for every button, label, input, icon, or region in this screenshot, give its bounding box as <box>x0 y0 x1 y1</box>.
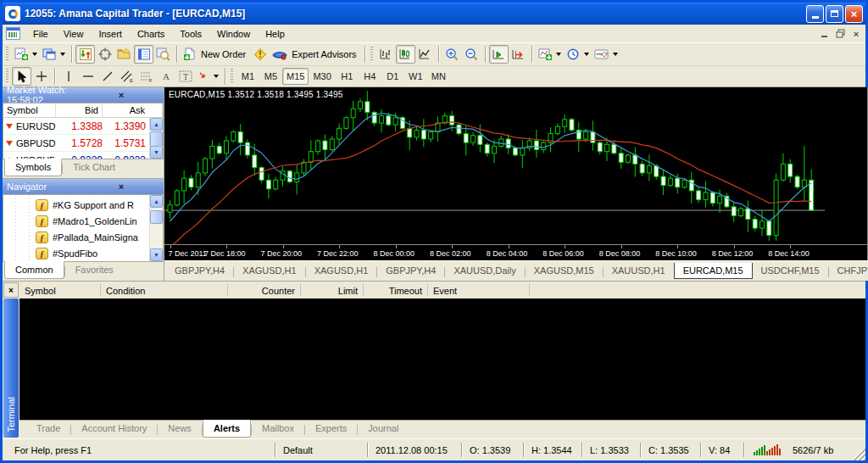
close-icon[interactable]: × <box>83 181 159 192</box>
terminal-column-event[interactable]: Event <box>428 283 530 297</box>
navigator-tab-favorites[interactable]: Favorites <box>65 262 124 278</box>
terminal-column-symbol[interactable]: Symbol <box>19 283 101 297</box>
scroll-up-icon[interactable]: ▲ <box>150 195 163 208</box>
resize-grip[interactable] <box>852 447 865 460</box>
child-minimize-button[interactable] <box>816 27 832 41</box>
navigator-item[interactable]: ƒ#KG Support and R <box>3 197 163 213</box>
timeframe-w1-button[interactable]: W1 <box>404 68 427 85</box>
navigator-item[interactable]: ƒ#Pallada_MainSigna <box>3 229 163 245</box>
market-watch-toggle[interactable] <box>75 45 95 64</box>
minimize-button[interactable] <box>806 5 824 23</box>
terminal-tab-mailbox[interactable]: Mailbox <box>252 421 304 437</box>
market-watch-titlebar[interactable]: Market Watch: 15:58:02 × <box>3 87 164 103</box>
menu-tools[interactable]: Tools <box>172 26 209 42</box>
navigator-scrollbar[interactable]: ▲ ▼ <box>149 195 163 261</box>
timeframe-m15-button[interactable]: M15 <box>282 68 309 85</box>
timeframe-m1-button[interactable]: M1 <box>236 68 259 85</box>
templates-button[interactable] <box>592 45 620 64</box>
chart-shift-button[interactable] <box>509 45 528 64</box>
timeframe-m30-button[interactable]: M30 <box>309 68 335 85</box>
chart-tab-xagusd-m15[interactable]: XAGUSD,M15 <box>526 263 603 278</box>
expert-advisors-button[interactable]: Expert Advisors <box>270 45 360 64</box>
navigator-item[interactable]: ƒ#SpudFibo <box>3 245 163 261</box>
fibonacci-button[interactable]: F <box>136 67 156 86</box>
toolbar-grip[interactable] <box>6 47 8 62</box>
text-label-button[interactable]: T <box>175 67 195 86</box>
menu-view[interactable]: View <box>56 26 92 42</box>
navigator-item[interactable]: ƒ#Madro1_GoldenLin <box>3 213 163 229</box>
navigator-titlebar[interactable]: Navigator × <box>3 179 164 194</box>
scrollbar-thumb[interactable] <box>150 131 163 147</box>
chart-plot[interactable]: EURCAD,M15 1.3512 1.3518 1.3495 1.3495 <box>164 87 867 244</box>
chart-window-icon[interactable] <box>6 27 20 40</box>
bar-chart-button[interactable] <box>376 45 396 64</box>
data-window-toggle[interactable] <box>95 45 114 64</box>
timeframe-h1-button[interactable]: H1 <box>336 68 359 85</box>
terminal-tab-journal[interactable]: Journal <box>358 421 409 437</box>
scroll-up-icon[interactable]: ▲ <box>150 118 163 131</box>
zoom-in-button[interactable] <box>442 45 462 64</box>
profiles-button[interactable] <box>40 45 68 64</box>
line-chart-button[interactable] <box>415 45 435 64</box>
market-watch-scrollbar[interactable]: ▲ ▼ <box>149 118 163 159</box>
menu-help[interactable]: Help <box>258 26 292 42</box>
timeframe-d1-button[interactable]: D1 <box>381 68 404 85</box>
equidistant-channel-button[interactable]: E <box>117 67 136 86</box>
scrollbar-thumb[interactable] <box>150 210 163 224</box>
terminal-column-condition[interactable]: Condition <box>101 283 228 297</box>
terminal-tab-experts[interactable]: Experts <box>305 421 357 437</box>
scroll-down-icon[interactable]: ▼ <box>150 248 163 261</box>
periods-button[interactable] <box>564 45 592 64</box>
trendline-button[interactable] <box>97 67 117 86</box>
crosshair-button[interactable] <box>31 67 51 86</box>
terminal-side-label[interactable]: Terminal <box>3 298 19 438</box>
time-axis[interactable]: 7 Dec 20117 Dec 18:007 Dec 20:007 Dec 22… <box>164 244 867 260</box>
vertical-line-button[interactable] <box>58 67 78 86</box>
terminal-tab-account-history[interactable]: Account History <box>71 421 157 437</box>
symbol-column-header[interactable]: Symbol <box>3 103 56 117</box>
cursor-button[interactable] <box>12 67 31 86</box>
terminal-tab-alerts[interactable]: Alerts <box>203 420 251 438</box>
chart-tab-usdchf-m15[interactable]: USDCHF,M15 <box>753 263 828 278</box>
toolbar-grip[interactable] <box>6 69 8 84</box>
status-profile[interactable]: Default <box>276 445 366 455</box>
market-watch-tab-tick-chart[interactable]: Tick Chart <box>63 159 125 176</box>
new-order-button[interactable]: New Order <box>181 45 250 64</box>
maximize-button[interactable] <box>826 5 843 23</box>
menu-charts[interactable]: Charts <box>130 26 172 42</box>
menu-window[interactable]: Window <box>209 26 258 42</box>
chart-tab-gbpjpy-h4[interactable]: GBPJPY,H4 <box>166 263 233 278</box>
horizontal-line-button[interactable] <box>78 67 97 86</box>
auto-scroll-button[interactable] <box>489 45 509 64</box>
chart-tab-chfjpy[interactable]: CHFJPY <box>829 263 868 278</box>
ask-column-header[interactable]: Ask <box>103 103 163 117</box>
terminal-column-timeout[interactable]: Timeout <box>364 283 428 297</box>
close-icon[interactable]: × <box>83 90 159 100</box>
zoom-out-button[interactable] <box>462 45 481 64</box>
bid-column-header[interactable]: Bid <box>56 103 103 117</box>
navigator-tab-common[interactable]: Common <box>4 261 64 279</box>
menu-insert[interactable]: Insert <box>91 26 130 42</box>
chart-tab-eurcad-m15[interactable]: EURCAD,M15 <box>674 263 753 279</box>
chart-tab-xagusd-h1[interactable]: XAGUSD,H1 <box>306 263 377 278</box>
market-watch-row[interactable]: USDCHF0.92290.9233 <box>3 152 163 159</box>
toolbar-grip[interactable] <box>370 47 373 62</box>
close-button[interactable]: × <box>845 5 863 23</box>
menu-file[interactable]: File <box>25 26 56 42</box>
terminal-close-button[interactable]: × <box>3 282 19 298</box>
scroll-down-icon[interactable]: ▼ <box>150 146 163 159</box>
timeframe-h4-button[interactable]: H4 <box>359 68 381 85</box>
toolbar-grip[interactable] <box>231 69 233 84</box>
terminal-tab-trade[interactable]: Trade <box>26 421 70 437</box>
market-watch-tab-symbols[interactable]: Symbols <box>4 159 62 176</box>
child-restore-button[interactable] <box>832 27 848 41</box>
candlestick-button[interactable] <box>396 45 415 64</box>
terminal-toggle[interactable] <box>134 45 153 64</box>
metaeditor-button[interactable] <box>250 45 270 64</box>
terminal-tab-news[interactable]: News <box>158 421 202 437</box>
chart-tab-xagusd-h1[interactable]: XAGUSD,H1 <box>234 263 305 278</box>
market-watch-row[interactable]: EURUSD1.33881.3390 <box>3 118 163 135</box>
arrows-button[interactable] <box>195 67 221 86</box>
strategy-tester-toggle[interactable] <box>153 45 173 64</box>
indicators-button[interactable] <box>536 45 564 64</box>
